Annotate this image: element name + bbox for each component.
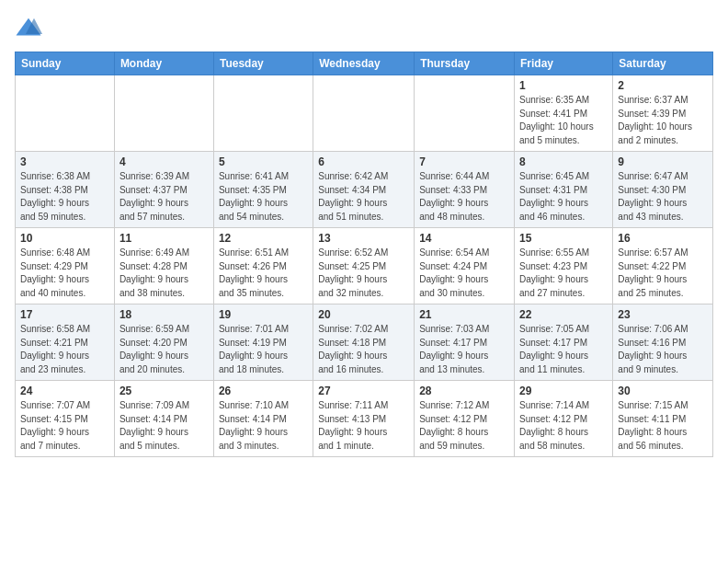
calendar-cell: 24Sunrise: 7:07 AM Sunset: 4:15 PM Dayli…: [16, 381, 115, 457]
day-info: Sunrise: 6:58 AM Sunset: 4:21 PM Dayligh…: [20, 323, 109, 376]
day-number: 15: [519, 232, 608, 245]
day-number: 5: [219, 155, 308, 168]
calendar-cell: 11Sunrise: 6:49 AM Sunset: 4:28 PM Dayli…: [114, 228, 213, 304]
day-number: 9: [618, 155, 708, 168]
day-info: Sunrise: 6:35 AM Sunset: 4:41 PM Dayligh…: [519, 94, 608, 147]
day-number: 21: [419, 308, 509, 321]
calendar-cell: 27Sunrise: 7:11 AM Sunset: 4:13 PM Dayli…: [313, 381, 415, 457]
day-number: 11: [119, 232, 209, 245]
calendar-week-row: 10Sunrise: 6:48 AM Sunset: 4:29 PM Dayli…: [16, 228, 713, 304]
calendar-table: SundayMondayTuesdayWednesdayThursdayFrid…: [15, 52, 713, 457]
day-info: Sunrise: 7:15 AM Sunset: 4:11 PM Dayligh…: [618, 399, 708, 453]
calendar-cell: 4Sunrise: 6:39 AM Sunset: 4:37 PM Daylig…: [114, 152, 213, 228]
calendar-cell: 3Sunrise: 6:38 AM Sunset: 4:38 PM Daylig…: [16, 152, 115, 228]
calendar-cell: 7Sunrise: 6:44 AM Sunset: 4:33 PM Daylig…: [415, 152, 515, 228]
calendar-cell: 23Sunrise: 7:06 AM Sunset: 4:16 PM Dayli…: [613, 304, 713, 381]
day-info: Sunrise: 7:11 AM Sunset: 4:13 PM Dayligh…: [318, 399, 409, 453]
calendar-cell: 1Sunrise: 6:35 AM Sunset: 4:41 PM Daylig…: [515, 75, 613, 152]
calendar-cell: 29Sunrise: 7:14 AM Sunset: 4:12 PM Dayli…: [515, 381, 613, 457]
day-number: 17: [20, 308, 109, 321]
calendar-cell: [213, 75, 313, 152]
calendar-cell: [114, 75, 213, 152]
day-info: Sunrise: 6:52 AM Sunset: 4:25 PM Dayligh…: [318, 247, 409, 300]
day-info: Sunrise: 6:57 AM Sunset: 4:22 PM Dayligh…: [618, 247, 708, 300]
calendar-cell: 26Sunrise: 7:10 AM Sunset: 4:14 PM Dayli…: [213, 381, 313, 457]
calendar-cell: 25Sunrise: 7:09 AM Sunset: 4:14 PM Dayli…: [114, 381, 213, 457]
day-number: 13: [318, 232, 409, 245]
day-info: Sunrise: 6:55 AM Sunset: 4:23 PM Dayligh…: [519, 247, 608, 300]
weekday-header-cell: Monday: [114, 52, 213, 75]
day-info: Sunrise: 6:44 AM Sunset: 4:33 PM Dayligh…: [419, 170, 509, 224]
day-number: 3: [20, 155, 109, 168]
day-number: 12: [219, 232, 308, 245]
day-info: Sunrise: 6:47 AM Sunset: 4:30 PM Dayligh…: [618, 170, 708, 224]
day-info: Sunrise: 6:41 AM Sunset: 4:35 PM Dayligh…: [219, 170, 308, 224]
weekday-header-cell: Sunday: [16, 52, 115, 75]
day-number: 4: [119, 155, 209, 168]
day-info: Sunrise: 7:01 AM Sunset: 4:19 PM Dayligh…: [219, 323, 308, 376]
day-info: Sunrise: 6:48 AM Sunset: 4:29 PM Dayligh…: [20, 247, 109, 300]
weekday-header-cell: Friday: [515, 52, 613, 75]
day-number: 1: [519, 79, 608, 92]
day-info: Sunrise: 7:03 AM Sunset: 4:17 PM Dayligh…: [419, 323, 509, 376]
day-info: Sunrise: 6:39 AM Sunset: 4:37 PM Dayligh…: [119, 170, 209, 224]
calendar-body: 1Sunrise: 6:35 AM Sunset: 4:41 PM Daylig…: [16, 75, 713, 457]
day-number: 10: [20, 232, 109, 245]
day-info: Sunrise: 6:38 AM Sunset: 4:38 PM Dayligh…: [20, 170, 109, 224]
calendar-cell: 2Sunrise: 6:37 AM Sunset: 4:39 PM Daylig…: [613, 75, 713, 152]
calendar-week-row: 3Sunrise: 6:38 AM Sunset: 4:38 PM Daylig…: [16, 152, 713, 228]
day-number: 2: [618, 79, 708, 92]
calendar-week-row: 1Sunrise: 6:35 AM Sunset: 4:41 PM Daylig…: [16, 75, 713, 152]
weekday-header-cell: Wednesday: [313, 52, 415, 75]
calendar-cell: 15Sunrise: 6:55 AM Sunset: 4:23 PM Dayli…: [515, 228, 613, 304]
day-info: Sunrise: 7:10 AM Sunset: 4:14 PM Dayligh…: [219, 399, 308, 453]
weekday-header-cell: Thursday: [415, 52, 515, 75]
day-info: Sunrise: 7:09 AM Sunset: 4:14 PM Dayligh…: [119, 399, 209, 453]
day-number: 16: [618, 232, 708, 245]
calendar-cell: 16Sunrise: 6:57 AM Sunset: 4:22 PM Dayli…: [613, 228, 713, 304]
day-info: Sunrise: 6:42 AM Sunset: 4:34 PM Dayligh…: [318, 170, 409, 224]
weekday-header-row: SundayMondayTuesdayWednesdayThursdayFrid…: [16, 52, 713, 75]
calendar-cell: 30Sunrise: 7:15 AM Sunset: 4:11 PM Dayli…: [613, 381, 713, 457]
day-number: 30: [618, 385, 708, 397]
calendar-cell: [415, 75, 515, 152]
day-number: 18: [119, 308, 209, 321]
day-number: 24: [20, 385, 109, 397]
weekday-header-cell: Tuesday: [213, 52, 313, 75]
calendar-week-row: 17Sunrise: 6:58 AM Sunset: 4:21 PM Dayli…: [16, 304, 713, 381]
calendar-cell: 28Sunrise: 7:12 AM Sunset: 4:12 PM Dayli…: [415, 381, 515, 457]
calendar-cell: 8Sunrise: 6:45 AM Sunset: 4:31 PM Daylig…: [515, 152, 613, 228]
day-info: Sunrise: 6:51 AM Sunset: 4:26 PM Dayligh…: [219, 247, 308, 300]
calendar-cell: 19Sunrise: 7:01 AM Sunset: 4:19 PM Dayli…: [213, 304, 313, 381]
day-number: 29: [519, 385, 608, 397]
calendar-cell: 12Sunrise: 6:51 AM Sunset: 4:26 PM Dayli…: [213, 228, 313, 304]
calendar-cell: 13Sunrise: 6:52 AM Sunset: 4:25 PM Dayli…: [313, 228, 415, 304]
calendar-cell: 22Sunrise: 7:05 AM Sunset: 4:17 PM Dayli…: [515, 304, 613, 381]
calendar-cell: 6Sunrise: 6:42 AM Sunset: 4:34 PM Daylig…: [313, 152, 415, 228]
day-info: Sunrise: 6:45 AM Sunset: 4:31 PM Dayligh…: [519, 170, 608, 224]
logo: [15, 15, 46, 42]
day-info: Sunrise: 7:05 AM Sunset: 4:17 PM Dayligh…: [519, 323, 608, 376]
day-number: 19: [219, 308, 308, 321]
page: SundayMondayTuesdayWednesdayThursdayFrid…: [0, 0, 728, 466]
calendar-cell: 17Sunrise: 6:58 AM Sunset: 4:21 PM Dayli…: [16, 304, 115, 381]
weekday-header-cell: Saturday: [613, 52, 713, 75]
day-number: 25: [119, 385, 209, 397]
day-number: 26: [219, 385, 308, 397]
day-number: 20: [318, 308, 409, 321]
day-number: 8: [519, 155, 608, 168]
day-info: Sunrise: 6:59 AM Sunset: 4:20 PM Dayligh…: [119, 323, 209, 376]
day-info: Sunrise: 7:12 AM Sunset: 4:12 PM Dayligh…: [419, 399, 509, 453]
day-info: Sunrise: 6:37 AM Sunset: 4:39 PM Dayligh…: [618, 94, 708, 147]
calendar-cell: 10Sunrise: 6:48 AM Sunset: 4:29 PM Dayli…: [16, 228, 115, 304]
day-info: Sunrise: 7:07 AM Sunset: 4:15 PM Dayligh…: [20, 399, 109, 453]
calendar-cell: 14Sunrise: 6:54 AM Sunset: 4:24 PM Dayli…: [415, 228, 515, 304]
day-info: Sunrise: 6:49 AM Sunset: 4:28 PM Dayligh…: [119, 247, 209, 300]
day-number: 6: [318, 155, 409, 168]
calendar-cell: 21Sunrise: 7:03 AM Sunset: 4:17 PM Dayli…: [415, 304, 515, 381]
logo-icon: [15, 15, 42, 42]
calendar-cell: 20Sunrise: 7:02 AM Sunset: 4:18 PM Dayli…: [313, 304, 415, 381]
day-number: 14: [419, 232, 509, 245]
calendar-cell: [16, 75, 115, 152]
day-info: Sunrise: 7:02 AM Sunset: 4:18 PM Dayligh…: [318, 323, 409, 376]
